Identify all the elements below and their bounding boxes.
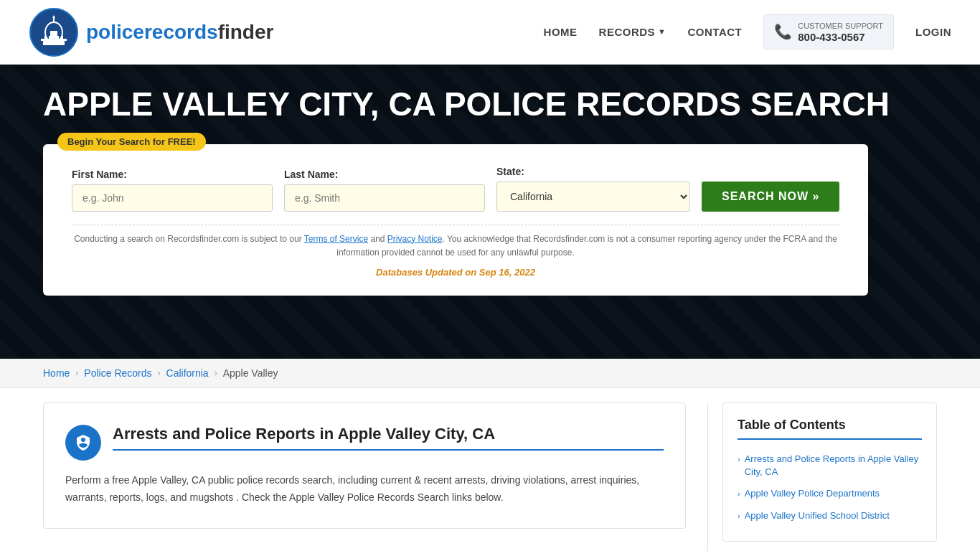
breadcrumb-sep-2: › [158,368,161,378]
tos-link[interactable]: Terms of Service [304,234,368,244]
logo-text: policerecordsfinder [86,21,273,44]
toc-list: ›Arrests and Police Reports in Apple Val… [738,448,922,527]
logo[interactable]: policerecordsfinder [29,7,273,57]
state-label: State: [496,166,690,177]
hero-section: APPLE VALLEY CITY, CA POLICE RECORDS SEA… [0,65,980,359]
header: policerecordsfinder HOME RECORDS ▼ CONTA… [0,0,980,65]
support-phone: 800-433-0567 [798,31,883,43]
toc-item[interactable]: ›Arrests and Police Reports in Apple Val… [738,448,922,483]
privacy-link[interactable]: Privacy Notice [387,234,443,244]
nav-home[interactable]: HOME [544,26,578,38]
breadcrumb-sep-3: › [215,368,217,378]
svg-rect-5 [44,36,47,39]
state-select[interactable]: AlabamaAlaskaArizonaArkansasCaliforniaCo… [496,182,690,212]
svg-rect-6 [49,36,51,39]
svg-rect-8 [61,36,63,39]
first-name-input[interactable] [72,184,273,212]
article-icon [65,425,101,461]
toc-chevron-icon: › [738,454,740,465]
first-name-label: First Name: [72,169,273,180]
search-button[interactable]: SEARCH NOW » [702,182,839,212]
logo-icon [29,7,79,57]
support-box[interactable]: 📞 CUSTOMER SUPPORT 800-433-0567 [763,14,894,50]
first-name-group: First Name: [72,169,273,212]
content-right: Table of Contents ›Arrests and Police Re… [707,402,937,551]
toc-title: Table of Contents [738,418,922,440]
nav-records[interactable]: RECORDS ▼ [599,26,666,38]
toc-chevron-icon: › [738,489,740,499]
breadcrumb-california[interactable]: California [166,367,209,379]
article-card: Arrests and Police Reports in Apple Vall… [43,402,686,529]
last-name-input[interactable] [284,184,485,212]
article-body: Perform a free Apple Valley, CA public p… [65,472,664,507]
chevron-down-icon: ▼ [658,27,666,36]
toc-item[interactable]: ›Apple Valley Police Departments [738,483,922,504]
phone-icon: 📞 [774,23,792,40]
svg-rect-4 [50,31,57,39]
main-nav: HOME RECORDS ▼ CONTACT 📞 CUSTOMER SUPPOR… [544,14,951,50]
breadcrumb-home[interactable]: Home [43,367,70,379]
main-content: Arrests and Police Reports in Apple Vall… [0,388,980,551]
breadcrumb: Home › Police Records › California › App… [0,359,980,388]
content-left: Arrests and Police Reports in Apple Vall… [43,402,707,551]
breadcrumb-sep-1: › [75,368,78,378]
search-card: Begin Your Search for FREE! First Name: … [43,144,868,296]
toc-card: Table of Contents ›Arrests and Police Re… [722,402,937,542]
db-updated: Databases Updated on Sep 16, 2022 [72,267,839,278]
toc-chevron-icon: › [738,511,740,522]
breadcrumb-police-records[interactable]: Police Records [84,367,151,379]
shield-badge-icon [75,434,92,451]
search-disclaimer: Conducting a search on Recordsfinder.com… [72,232,839,260]
article-title: Arrests and Police Reports in Apple Vall… [113,425,664,451]
toc-item[interactable]: ›Apple Valley Unified School District [738,505,922,527]
breadcrumb-current: Apple Valley [223,367,278,379]
hero-title: APPLE VALLEY CITY, CA POLICE RECORDS SEA… [43,86,890,123]
support-label: CUSTOMER SUPPORT [798,21,883,31]
state-group: State: AlabamaAlaskaArizonaArkansasCalif… [496,166,690,212]
last-name-label: Last Name: [284,169,485,180]
search-form: First Name: Last Name: State: AlabamaAla… [72,166,839,212]
article-header: Arrests and Police Reports in Apple Vall… [65,425,664,461]
search-divider [72,225,839,225]
last-name-group: Last Name: [284,169,485,212]
free-badge: Begin Your Search for FREE! [57,133,206,151]
nav-login[interactable]: LOGIN [915,26,951,38]
nav-contact[interactable]: CONTACT [688,26,743,38]
svg-rect-7 [57,36,59,39]
